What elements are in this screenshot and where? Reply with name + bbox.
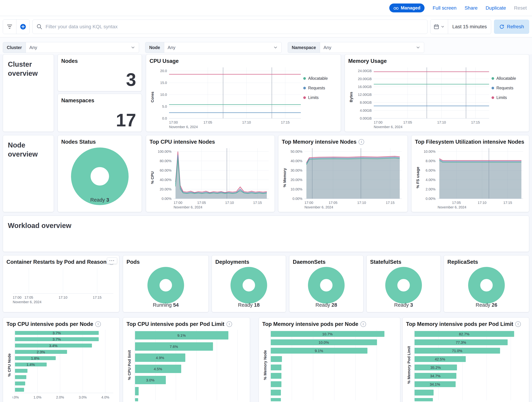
svg-text:5.0: 5.0: [162, 105, 167, 108]
info-icon[interactable]: i: [361, 321, 366, 327]
nodes-metric-value: 3: [126, 70, 136, 89]
refresh-label: Refresh: [507, 24, 524, 30]
add-filter-button[interactable]: [16, 19, 30, 34]
legend-item-allocatable[interactable]: Allocatable: [303, 76, 337, 81]
svg-text:17:15: 17:15: [281, 121, 290, 124]
node-filter-select[interactable]: Any: [164, 42, 282, 53]
top-filesystem-nodes-chart[interactable]: 0.00%2.00%4.00%6.00%8.00%10.00%17:0517:1…: [421, 147, 526, 209]
donut-status-label: Ready18: [215, 302, 282, 308]
svg-text:24.00GB: 24.00GB: [358, 69, 372, 73]
svg-text:17:05: 17:05: [452, 201, 461, 204]
duplicate-button[interactable]: Duplicate: [486, 5, 506, 11]
top-memory-nodes-chart[interactable]: 0.00%10.00%20.00%30.00%40.00%50.00%17:00…: [288, 147, 404, 209]
statefulsets-donut[interactable]: Ready3: [370, 267, 437, 309]
time-range-button[interactable]: Last 15 minutes: [448, 19, 491, 34]
svg-text:40.00%: 40.00%: [291, 159, 302, 163]
filter-controls-bar: Cluster Any Node Any Namespace Any: [0, 37, 532, 54]
date-quick-select-button[interactable]: [431, 19, 448, 34]
svg-text:November 6, 2024: November 6, 2024: [174, 205, 203, 209]
top-cpu-pods-node-chart[interactable]: 3.7%3.7%3.4%2.3%1.8%1.4%0.0%1.0%2.0%3.0%…: [13, 329, 116, 401]
info-icon[interactable]: i: [227, 321, 232, 327]
container-restarts-title: Container Restarts by Pod and Reason: [6, 259, 107, 265]
info-icon[interactable]: i: [359, 139, 364, 145]
panel-top-cpu-pods-per-limit: Top CPU intensive pods per Pod Limit i %…: [123, 317, 250, 402]
svg-text:15.0: 15.0: [160, 81, 167, 85]
svg-text:71.0%: 71.0%: [452, 349, 462, 353]
legend-item-requests[interactable]: Requests: [492, 86, 526, 90]
panel-nodes-status: Nodes Status Ready3: [57, 135, 142, 212]
top-memory-pods-node-chart[interactable]: 10.7%10.0%9.1%: [268, 329, 397, 401]
node-filter-value: Any: [168, 45, 176, 50]
top-cpu-pods-limit-chart[interactable]: 9.1%7.6%4.9%4.5%3.0%: [133, 329, 246, 401]
full-screen-button[interactable]: Full screen: [432, 5, 456, 11]
memory-usage-legend: AllocatableRequestsLimits: [492, 66, 526, 128]
namespace-filter-select[interactable]: Any: [320, 42, 424, 53]
svg-text:30.00%: 30.00%: [291, 168, 302, 172]
deployments-donut[interactable]: Ready18: [215, 267, 282, 309]
filter-menu-button[interactable]: [3, 19, 16, 34]
managed-badge[interactable]: Managed: [389, 4, 425, 13]
cluster-filter-select[interactable]: Any: [26, 42, 139, 53]
top-cpu-nodes-chart[interactable]: 0.00%20.00%40.00%60.00%80.00%100.00%17:0…: [155, 147, 271, 209]
donut-status-label: Running54: [127, 302, 205, 308]
node-filter: Node Any: [145, 42, 282, 53]
top-memory-nodes-y-axis-title: % Memory: [282, 147, 288, 209]
svg-text:10.7%: 10.7%: [322, 332, 333, 336]
legend-dot: [492, 96, 494, 99]
filter-button-group: [3, 19, 30, 34]
svg-text:0.00%: 0.00%: [162, 197, 171, 201]
daemonsets-donut[interactable]: Ready28: [293, 267, 360, 309]
svg-text:17:10: 17:10: [225, 201, 234, 204]
top-cpu-pods-node-y-axis-title: % CPU Node: [6, 329, 13, 401]
legend-dot: [303, 77, 306, 80]
cpu-usage-title: CPU Usage: [150, 58, 179, 64]
reset-button[interactable]: Reset: [514, 5, 527, 11]
info-icon[interactable]: i: [95, 321, 101, 327]
refresh-button[interactable]: Refresh: [494, 19, 529, 34]
info-icon[interactable]: i: [515, 321, 521, 327]
legend-dot: [303, 87, 306, 89]
legend-item-limits[interactable]: Limits: [303, 95, 337, 100]
panel-workload-overview: Workload overview: [3, 216, 529, 252]
cpu-usage-y-axis-title: Cores: [150, 66, 155, 128]
nodes-metric-title: Nodes: [61, 58, 78, 64]
svg-text:17:05: 17:05: [25, 295, 33, 299]
svg-text:3.0%: 3.0%: [146, 378, 154, 382]
memory-usage-chart[interactable]: 0.00GB4.00GB8.00GB12.00GB16.00GB20.00GB2…: [354, 66, 492, 128]
legend-item-limits[interactable]: Limits: [492, 95, 526, 100]
panel-top-filesystem-nodes: Top Filesystem Utilization intensive Nod…: [411, 135, 529, 212]
svg-text:1.4%: 1.4%: [26, 363, 35, 367]
svg-text:9.1%: 9.1%: [315, 349, 323, 353]
svg-text:0.0%: 0.0%: [13, 395, 19, 399]
share-button[interactable]: Share: [464, 5, 478, 11]
svg-text:7.6%: 7.6%: [170, 345, 178, 349]
svg-text:20.00GB: 20.00GB: [358, 77, 372, 81]
refresh-icon: [499, 24, 504, 29]
svg-text:4.00%: 4.00%: [425, 178, 436, 182]
cluster-overview-title: Cluster overview: [6, 57, 50, 80]
replicasets-donut[interactable]: Ready26: [447, 267, 526, 309]
svg-text:50.00%: 50.00%: [291, 150, 302, 153]
panel-options-button[interactable]: ···: [107, 257, 117, 264]
svg-text:2.00%: 2.00%: [425, 187, 436, 191]
legend-item-allocatable[interactable]: Allocatable: [492, 76, 526, 81]
panel-cpu-usage: CPU Usage Cores 0.05.010.015.020.017:001…: [146, 54, 341, 132]
pods-donut[interactable]: Running54: [127, 267, 205, 309]
svg-text:77.3%: 77.3%: [456, 340, 466, 345]
search-icon: [37, 24, 42, 30]
svg-text:42.5%: 42.5%: [435, 357, 445, 361]
container-restarts-chart[interactable]: 17:0017:0517:1017:15November 6, 2024: [6, 267, 116, 304]
legend-item-requests[interactable]: Requests: [303, 86, 337, 90]
cluster-filter-label: Cluster: [3, 42, 26, 53]
nodes-status-donut[interactable]: Ready3: [61, 147, 138, 209]
top-cpu-pods-node-title: Top CPU intensive pods per Node: [6, 321, 93, 327]
svg-text:0.00%: 0.00%: [292, 197, 302, 201]
workload-overview-title: Workload overview: [6, 219, 526, 232]
top-memory-pods-limit-chart[interactable]: 82.7%77.3%71.0%42.5%35.2%34.7%34.1%: [412, 329, 526, 401]
top-cpu-nodes-y-axis-title: % CPU: [150, 147, 155, 209]
cpu-usage-chart[interactable]: 0.05.010.015.020.017:0017:0517:1017:15No…: [155, 66, 303, 128]
svg-text:40.00%: 40.00%: [160, 178, 171, 182]
svg-text:3.4%: 3.4%: [49, 344, 57, 348]
svg-text:17:10: 17:10: [242, 121, 251, 124]
kql-search-input[interactable]: [45, 24, 424, 30]
